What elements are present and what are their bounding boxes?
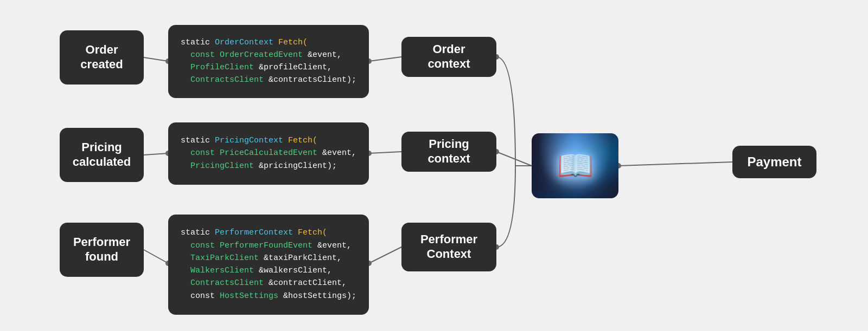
pricing-code-node: static PricingContext Fetch( const Price… bbox=[168, 122, 369, 185]
pricing-code-content: static PricingContext Fetch( const Price… bbox=[181, 134, 356, 172]
svg-line-8 bbox=[144, 250, 168, 263]
svg-line-4 bbox=[144, 153, 168, 155]
order-created-label: Order created bbox=[80, 43, 123, 72]
performer-found-label: Performer found bbox=[73, 235, 130, 264]
pricing-calculated-node: Pricing calculated bbox=[60, 128, 144, 182]
payment-node: Payment bbox=[732, 146, 816, 178]
book-node bbox=[532, 133, 618, 198]
order-code-node: static OrderContext Fetch( const OrderCr… bbox=[168, 25, 369, 98]
performer-code-node: static PerformerContext Fetch( const Per… bbox=[168, 215, 369, 315]
performer-found-node: Performer found bbox=[60, 223, 144, 277]
order-context-node: Order context bbox=[401, 37, 496, 77]
svg-line-10 bbox=[369, 247, 401, 263]
diagram: Order created Pricing calculated Perform… bbox=[27, 11, 841, 320]
svg-line-0 bbox=[144, 57, 168, 61]
performer-context-node: Performer Context bbox=[401, 223, 496, 271]
order-context-label: Order context bbox=[427, 42, 470, 71]
svg-line-2 bbox=[369, 57, 401, 61]
svg-line-13 bbox=[496, 152, 532, 166]
pricing-calculated-label: Pricing calculated bbox=[73, 140, 131, 169]
performer-code-content: static PerformerContext Fetch( const Per… bbox=[181, 226, 356, 302]
book-image bbox=[532, 133, 618, 198]
svg-line-16 bbox=[618, 162, 732, 166]
order-code-content: static OrderContext Fetch( const OrderCr… bbox=[181, 36, 356, 87]
payment-label: Payment bbox=[747, 154, 801, 170]
pricing-context-label: Pricing context bbox=[427, 137, 470, 166]
performer-context-label: Performer Context bbox=[420, 232, 477, 261]
svg-line-6 bbox=[369, 152, 401, 153]
pricing-context-node: Pricing context bbox=[401, 132, 496, 172]
order-created-node: Order created bbox=[60, 30, 144, 85]
